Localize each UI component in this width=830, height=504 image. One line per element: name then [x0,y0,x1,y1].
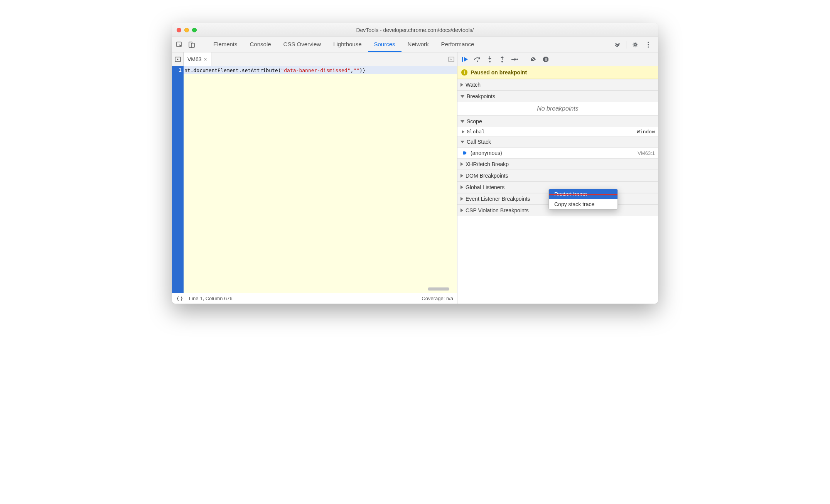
main-tabbar: Elements Console CSS Overview Lighthouse… [172,37,658,52]
expand-icon [462,130,464,133]
code-area[interactable]: nt.documentElement.setAttribute("data-ba… [184,66,457,293]
expand-icon [461,185,463,189]
debug-toolbar [457,52,658,66]
section-watch[interactable]: Watch [457,79,658,91]
svg-point-11 [501,61,503,62]
info-icon: i [461,69,467,76]
section-event-listener-label: Event Listener Breakpoints [466,196,530,202]
code-text-b: "data-banner-dismissed" [281,67,350,73]
section-watch-label: Watch [466,82,481,88]
line-number: 1 [172,67,182,73]
tab-css-overview[interactable]: CSS Overview [277,37,327,52]
coverage-status: Coverage: n/a [422,296,453,301]
section-xhr-breakpoints[interactable]: XHR/fetch Breakp [457,158,658,170]
more-options-icon[interactable] [644,40,653,49]
section-call-stack[interactable]: Call Stack [457,136,658,148]
svg-point-3 [648,42,649,43]
settings-icon[interactable] [631,40,639,49]
section-global-listeners-label: Global Listeners [466,184,504,190]
section-breakpoints-label: Breakpoints [467,93,495,99]
debugger-pane: i Paused on breakpoint Watch Breakpoints… [457,52,658,304]
svg-point-4 [648,44,649,45]
expand-icon [461,83,463,87]
tab-performance[interactable]: Performance [435,37,481,52]
pause-exceptions-icon[interactable] [542,55,550,63]
context-menu-restart-frame[interactable]: Restart frame [549,189,617,199]
resume-icon[interactable] [461,55,469,63]
call-stack-frame-location: VM63:1 [638,150,655,156]
code-text-a: nt.documentElement.setAttribute( [184,67,281,73]
section-scope[interactable]: Scope [457,116,658,127]
file-tab[interactable]: VM63 × [184,52,211,66]
deactivate-breakpoints-icon[interactable] [530,55,537,63]
devtools-window: DevTools - developer.chrome.com/docs/dev… [172,23,658,304]
tab-lighthouse[interactable]: Lighthouse [327,37,368,52]
line-number-gutter: 1 [172,66,184,293]
close-window-button[interactable] [177,28,181,32]
svg-point-12 [516,59,518,60]
expand-icon [461,174,463,178]
step-over-icon[interactable] [474,55,481,63]
inspect-element-icon[interactable] [175,40,184,49]
panel-body: VM63 × 1 nt.documentElement.setAttribute… [172,52,658,304]
tab-console[interactable]: Console [244,37,277,52]
tab-sources[interactable]: Sources [368,37,402,52]
window-title: DevTools - developer.chrome.com/docs/dev… [177,27,653,33]
scope-global-row[interactable]: Global Window [457,127,658,136]
expand-icon [461,162,463,166]
code-editor[interactable]: 1 nt.documentElement.setAttribute("data-… [172,66,457,293]
horizontal-scrollbar-thumb[interactable] [428,287,449,291]
context-menu-copy-stack-trace[interactable]: Copy stack trace [549,199,617,209]
show-navigator-icon[interactable] [172,52,184,66]
section-dom-label: DOM Breakpoints [466,173,508,179]
call-stack-frame-name: (anonymous) [471,150,502,156]
svg-point-9 [477,60,478,62]
maximize-window-button[interactable] [192,28,197,32]
scope-global-label: Global [467,129,485,134]
window-controls [177,28,197,32]
close-file-icon[interactable]: × [204,56,207,62]
collapse-icon [461,120,464,123]
expand-icon [461,208,463,212]
svg-rect-13 [545,58,546,61]
section-breakpoints[interactable]: Breakpoints [457,91,658,102]
step-out-icon[interactable] [498,55,506,63]
section-xhr-label: XHR/fetch Breakp [466,161,509,167]
step-icon[interactable] [511,55,518,63]
scope-global-value: Window [637,129,655,134]
pretty-print-icon[interactable] [176,296,184,301]
file-tab-label: VM63 [187,56,202,62]
step-into-icon[interactable] [486,55,494,63]
separator [524,56,524,63]
context-menu: Restart frame Copy stack trace [548,189,618,210]
tab-network[interactable]: Network [402,37,435,52]
expand-icon [461,197,463,201]
overflow-tabs-icon[interactable] [613,40,621,49]
svg-point-10 [489,61,491,62]
paused-banner: i Paused on breakpoint [457,66,658,79]
separator [626,41,626,49]
section-scope-label: Scope [467,118,482,124]
sources-editor-pane: VM63 × 1 nt.documentElement.setAttribute… [172,52,457,304]
collapse-icon [461,95,464,98]
editor-status-bar: Line 1, Column 676 Coverage: n/a [172,293,457,304]
call-stack-frame-row[interactable]: (anonymous) VM63:1 [457,148,658,158]
svg-rect-14 [546,58,547,61]
tabbar-right-tools [613,37,655,52]
section-dom-breakpoints[interactable]: DOM Breakpoints [457,170,658,181]
tabbar-left-tools [175,37,207,52]
separator [200,41,200,49]
run-snippet-icon[interactable] [445,56,457,63]
minimize-window-button[interactable] [184,28,189,32]
context-menu-restart-frame-label: Restart frame [554,191,587,197]
svg-point-5 [648,46,649,47]
tab-elements[interactable]: Elements [207,37,244,52]
device-toolbar-icon[interactable] [187,40,196,49]
section-csp-label: CSP Violation Breakpoints [466,207,529,213]
svg-rect-8 [462,57,463,62]
section-call-stack-label: Call Stack [467,139,491,145]
context-menu-copy-stack-trace-label: Copy stack trace [554,201,594,207]
collapse-icon [461,141,464,143]
file-tab-row: VM63 × [172,52,457,66]
svg-rect-2 [191,43,194,47]
